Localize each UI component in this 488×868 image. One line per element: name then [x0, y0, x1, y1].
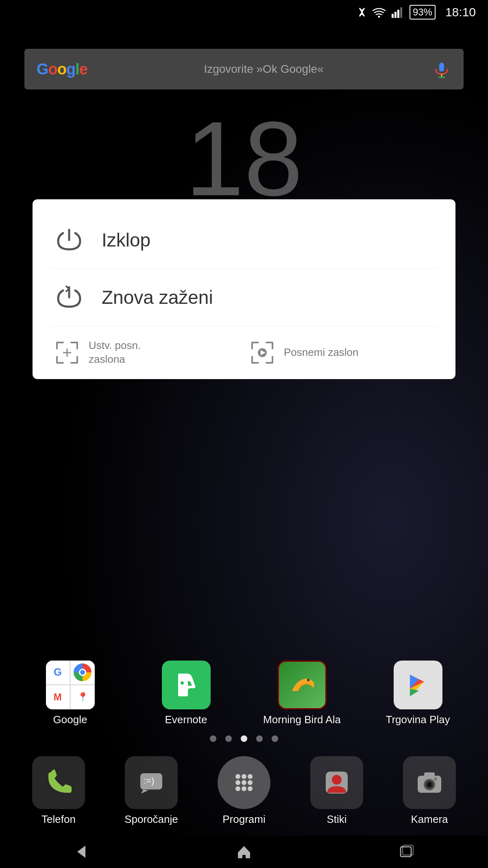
record-screen-button[interactable]: Posnemi zaslon [248, 338, 435, 367]
svg-point-30 [332, 775, 342, 785]
google-icon: G M 📍 [46, 661, 95, 709]
status-icons: 93% 18:10 [357, 5, 476, 20]
dock-apps[interactable]: Programi [203, 756, 285, 826]
signal-icon [392, 7, 404, 18]
page-dot-2[interactable] [241, 735, 247, 742]
search-hint[interactable]: Izgovorite »Ok Google« [96, 63, 432, 76]
dock-apps-label: Programi [222, 813, 265, 826]
record-screen-label: Posnemi zaslon [284, 346, 359, 360]
record-screen-icon [248, 338, 277, 367]
bluetooth-icon [357, 6, 366, 18]
contacts-icon [310, 756, 363, 809]
svg-rect-8 [439, 63, 444, 72]
wifi-icon [372, 7, 386, 18]
power-off-icon [53, 224, 85, 256]
home-button[interactable] [232, 840, 256, 864]
restart-button[interactable]: Znova zaženi [49, 269, 439, 326]
back-button[interactable] [69, 840, 94, 864]
app-morning-bird-label: Morning Bird Ala [263, 713, 341, 726]
dock-camera[interactable]: Kamera [389, 756, 470, 826]
dock-messages-label: Sporočanje [124, 813, 178, 826]
power-menu-dialog: Izklop Znova zaženi [33, 199, 455, 379]
svg-rect-6 [400, 7, 402, 18]
play-store-icon [394, 661, 442, 709]
restart-label: Znova zaženi [102, 286, 213, 308]
svg-point-27 [242, 786, 246, 791]
page-dot-4[interactable] [272, 735, 278, 742]
svg-point-26 [235, 786, 240, 791]
power-off-button[interactable]: Izklop [49, 212, 439, 269]
apps-icon [218, 756, 270, 809]
messages-icon: :=) [125, 756, 178, 809]
date-number: 18 [0, 106, 488, 212]
page-dots [0, 735, 488, 742]
svg-point-23 [235, 780, 240, 785]
app-morning-bird[interactable]: Morning Bird Ala [261, 661, 343, 726]
battery-percent: 93% [413, 7, 432, 17]
dock: Telefon :=) Sporočanje [0, 746, 488, 835]
svg-marker-37 [77, 846, 85, 858]
svg-point-22 [248, 774, 253, 779]
morning-bird-icon [278, 661, 327, 709]
screenshot-label: Ustv. posn.zaslona [89, 339, 141, 366]
camera-icon [403, 756, 456, 809]
nav-bar [0, 835, 488, 868]
app-play-store-label: Trgovina Play [386, 713, 450, 726]
screenshot-button[interactable]: Ustv. posn.zaslona [53, 338, 240, 367]
svg-point-14 [181, 681, 184, 685]
svg-point-36 [434, 777, 437, 781]
evernote-icon [162, 661, 211, 709]
app-evernote-label: Evernote [165, 713, 207, 726]
power-menu-bottom-row: Ustv. posn.zaslona Posnemi zaslon [49, 326, 439, 371]
svg-point-2 [378, 16, 380, 18]
dock-messages[interactable]: :=) Sporočanje [111, 756, 192, 826]
recents-button[interactable] [394, 840, 419, 864]
app-google[interactable]: G M 📍 Google [30, 661, 111, 726]
battery-icon: 93% [410, 5, 436, 20]
svg-point-24 [242, 780, 246, 785]
screenshot-icon [53, 338, 81, 367]
app-grid: G M 📍 Google Evernote [0, 652, 488, 734]
google-search-bar[interactable]: Google Izgovorite »Ok Google« [24, 49, 464, 89]
svg-text::=): :=) [144, 776, 154, 786]
page-dot-1[interactable] [225, 735, 232, 742]
power-off-label: Izklop [102, 229, 150, 251]
svg-rect-32 [424, 772, 435, 777]
status-bar: 93% 18:10 [0, 0, 488, 24]
svg-marker-18 [141, 789, 148, 794]
svg-point-21 [242, 774, 246, 779]
dock-contacts-label: Stiki [327, 813, 346, 826]
app-google-label: Google [53, 713, 87, 726]
dock-camera-label: Kamera [411, 813, 448, 826]
time-display: 18:10 [445, 5, 476, 19]
dock-phone-label: Telefon [41, 813, 76, 826]
restart-icon [53, 281, 85, 314]
page-dot-0[interactable] [210, 735, 216, 742]
page-dot-3[interactable] [256, 735, 263, 742]
app-play-store[interactable]: Trgovina Play [377, 661, 459, 726]
google-logo: Google [37, 61, 87, 78]
phone-icon [32, 756, 85, 809]
svg-point-28 [248, 786, 253, 791]
svg-rect-4 [394, 12, 396, 18]
svg-point-20 [235, 774, 240, 779]
svg-point-35 [427, 782, 432, 787]
dock-phone[interactable]: Telefon [18, 756, 99, 826]
dock-contacts[interactable]: Stiki [296, 756, 377, 826]
svg-point-25 [248, 780, 253, 785]
svg-rect-3 [392, 14, 394, 18]
svg-rect-5 [397, 10, 399, 18]
mic-icon[interactable] [432, 59, 451, 79]
svg-point-15 [307, 679, 309, 681]
app-evernote[interactable]: Evernote [146, 661, 227, 726]
